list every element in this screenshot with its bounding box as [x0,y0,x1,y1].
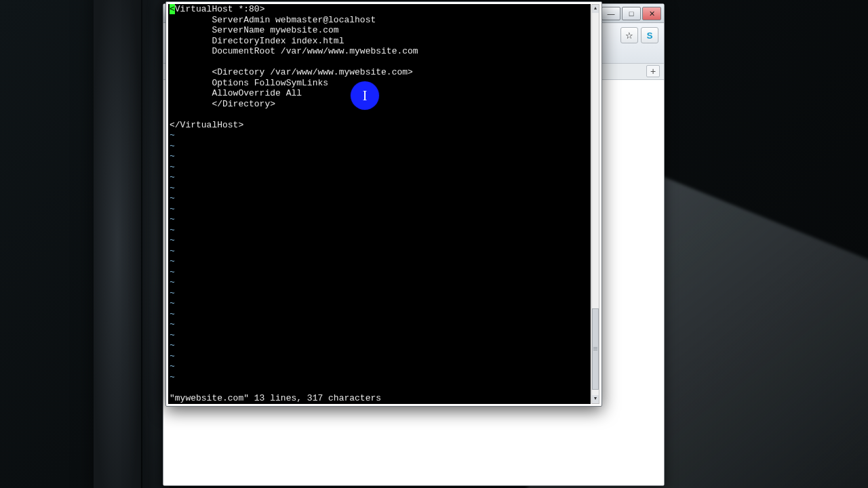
vim-empty-line: ~ [168,246,591,257]
vim-empty-line: ~ [168,151,591,162]
vim-line: Options FollowSymLinks [168,78,591,89]
vim-line: <Directory /var/www/www.mywebsite.com> [168,67,591,78]
vim-line [168,109,591,120]
new-tab-button[interactable]: + [646,65,660,77]
vim-empty-line: ~ [168,309,591,320]
vim-empty-line: ~ [168,235,591,246]
vim-line: </VirtualHost> [168,120,591,131]
vim-line: ServerAdmin webmaster@localhost [168,15,591,26]
star-icon[interactable]: ☆ [620,27,638,43]
vim-empty-line: ~ [168,162,591,173]
scroll-up-arrow[interactable]: ▴ [592,5,599,13]
vim-empty-line: ~ [168,288,591,299]
vim-line [168,57,591,68]
vim-empty-line: ~ [168,267,591,278]
scroll-down-arrow[interactable]: ▾ [592,395,599,403]
ibeam-cursor-icon: I [363,88,368,104]
vim-empty-line: ~ [168,214,591,225]
vim-empty-line: ~ [168,183,591,194]
vim-empty-line: ~ [168,204,591,215]
vim-line: <VirtualHost *:80> [168,4,591,15]
skype-icon[interactable]: S [641,27,658,43]
terminal-scrollbar[interactable]: ▴ ▾ [591,4,599,404]
terminal-window[interactable]: <VirtualHost *:80> ServerAdmin webmaster… [165,1,602,407]
vim-empty-line: ~ [168,298,591,309]
vim-empty-line: ~ [168,141,591,152]
terminal-content[interactable]: <VirtualHost *:80> ServerAdmin webmaster… [168,4,591,404]
close-button[interactable]: ✕ [642,7,661,20]
scrollbar-thumb[interactable] [592,308,599,390]
vim-empty-line: ~ [168,340,591,351]
vim-line: DirectoryIndex index.html [168,36,591,47]
minimize-button[interactable]: — [601,7,620,20]
vim-line: DocumentRoot /var/www/www.mywebsite.com [168,46,591,57]
vim-empty-line: ~ [168,256,591,267]
vim-status-line: "mywebsite.com" 13 lines, 317 characters [170,393,381,404]
vim-empty-line: ~ [168,277,591,288]
vim-empty-line: ~ [168,319,591,330]
vim-empty-line: ~ [168,330,591,341]
vim-empty-line: ~ [168,130,591,141]
vim-line: </Directory> [168,99,591,110]
maximize-button[interactable]: □ [622,7,641,20]
vim-empty-line: ~ [168,225,591,236]
background-pillar [94,0,141,488]
vim-line: AllowOverride All [168,88,591,99]
vim-line: ServerName mywebsite.com [168,25,591,36]
vim-empty-line: ~ [168,172,591,183]
cursor-highlight-annotation: I [351,81,379,110]
vim-cursor: < [170,4,175,14]
vim-empty-line: ~ [168,351,591,362]
vim-empty-line: ~ [168,372,591,383]
vim-empty-line: ~ [168,193,591,204]
vim-empty-line: ~ [168,361,591,372]
